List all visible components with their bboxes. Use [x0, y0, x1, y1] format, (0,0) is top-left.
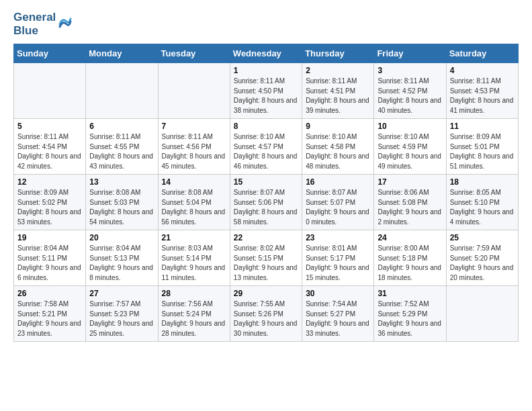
day-number: 29 [234, 289, 298, 298]
day-info: Sunrise: 8:01 AM Sunset: 5:17 PM Dayligh… [306, 244, 370, 283]
calendar-cell: 14Sunrise: 8:08 AM Sunset: 5:04 PM Dayli… [158, 175, 230, 230]
day-info: Sunrise: 7:58 AM Sunset: 5:21 PM Dayligh… [17, 300, 82, 338]
calendar-cell: 4Sunrise: 8:11 AM Sunset: 4:53 PM Daylig… [446, 63, 518, 119]
day-info: Sunrise: 8:08 AM Sunset: 5:04 PM Dayligh… [162, 188, 226, 227]
logo-container: General Blue [13, 11, 72, 37]
calendar-cell: 16Sunrise: 8:07 AM Sunset: 5:07 PM Dayli… [302, 175, 374, 230]
day-number: 19 [17, 233, 82, 242]
day-number: 7 [162, 122, 226, 131]
calendar-cell: 25Sunrise: 7:59 AM Sunset: 5:20 PM Dayli… [446, 230, 518, 286]
day-info: Sunrise: 8:04 AM Sunset: 5:11 PM Dayligh… [17, 244, 82, 283]
logo-line2: Blue [13, 24, 56, 38]
calendar-cell: 10Sunrise: 8:10 AM Sunset: 4:59 PM Dayli… [374, 119, 446, 175]
calendar-week-row: 1Sunrise: 8:11 AM Sunset: 4:50 PM Daylig… [14, 63, 519, 119]
logo-wave-icon [57, 12, 72, 36]
calendar-cell: 6Sunrise: 8:11 AM Sunset: 4:55 PM Daylig… [86, 119, 158, 175]
day-info: Sunrise: 8:03 AM Sunset: 5:14 PM Dayligh… [162, 244, 226, 283]
day-number: 14 [162, 177, 226, 187]
day-number: 26 [17, 289, 82, 298]
calendar-cell: 9Sunrise: 8:10 AM Sunset: 4:58 PM Daylig… [302, 119, 374, 175]
calendar-cell: 31Sunrise: 7:52 AM Sunset: 5:29 PM Dayli… [374, 286, 446, 342]
day-info: Sunrise: 7:56 AM Sunset: 5:24 PM Dayligh… [162, 300, 226, 338]
day-info: Sunrise: 8:11 AM Sunset: 4:55 PM Dayligh… [89, 132, 154, 171]
calendar-cell: 12Sunrise: 8:09 AM Sunset: 5:02 PM Dayli… [14, 175, 86, 230]
day-number: 22 [234, 233, 298, 242]
calendar-cell: 29Sunrise: 7:55 AM Sunset: 5:26 PM Dayli… [230, 286, 302, 342]
day-number: 31 [378, 289, 442, 298]
calendar-week-row: 26Sunrise: 7:58 AM Sunset: 5:21 PM Dayli… [14, 286, 519, 342]
day-info: Sunrise: 8:02 AM Sunset: 5:15 PM Dayligh… [234, 244, 298, 283]
day-number: 3 [378, 66, 442, 75]
calendar-cell: 23Sunrise: 8:01 AM Sunset: 5:17 PM Dayli… [302, 230, 374, 286]
calendar-cell: 7Sunrise: 8:11 AM Sunset: 4:56 PM Daylig… [158, 119, 230, 175]
day-number: 25 [450, 233, 515, 242]
day-number: 10 [378, 122, 442, 131]
day-info: Sunrise: 8:06 AM Sunset: 5:08 PM Dayligh… [378, 188, 442, 227]
day-info: Sunrise: 8:11 AM Sunset: 4:53 PM Dayligh… [450, 77, 515, 116]
day-number: 28 [162, 289, 226, 298]
day-info: Sunrise: 8:07 AM Sunset: 5:07 PM Dayligh… [306, 188, 370, 227]
weekday-header-saturday: Saturday [446, 44, 518, 63]
calendar-cell: 22Sunrise: 8:02 AM Sunset: 5:15 PM Dayli… [230, 230, 302, 286]
calendar-week-row: 5Sunrise: 8:11 AM Sunset: 4:54 PM Daylig… [14, 119, 519, 175]
weekday-header-row: SundayMondayTuesdayWednesdayThursdayFrid… [14, 44, 519, 63]
day-info: Sunrise: 7:59 AM Sunset: 5:20 PM Dayligh… [450, 244, 515, 283]
day-number: 27 [89, 289, 154, 298]
day-info: Sunrise: 8:09 AM Sunset: 5:01 PM Dayligh… [450, 132, 515, 171]
calendar-cell: 20Sunrise: 8:04 AM Sunset: 5:13 PM Dayli… [86, 230, 158, 286]
weekday-header-tuesday: Tuesday [158, 44, 230, 63]
calendar-cell: 11Sunrise: 8:09 AM Sunset: 5:01 PM Dayli… [446, 119, 518, 175]
day-number: 16 [306, 177, 370, 187]
day-info: Sunrise: 7:52 AM Sunset: 5:29 PM Dayligh… [378, 300, 442, 338]
calendar-cell: 8Sunrise: 8:10 AM Sunset: 4:57 PM Daylig… [230, 119, 302, 175]
day-number: 11 [450, 122, 515, 131]
weekday-header-sunday: Sunday [14, 44, 86, 63]
day-number: 30 [306, 289, 370, 298]
day-info: Sunrise: 8:07 AM Sunset: 5:06 PM Dayligh… [234, 188, 298, 227]
day-number: 24 [378, 233, 442, 242]
weekday-header-wednesday: Wednesday [230, 44, 302, 63]
calendar-week-row: 19Sunrise: 8:04 AM Sunset: 5:11 PM Dayli… [14, 230, 519, 286]
calendar-cell: 5Sunrise: 8:11 AM Sunset: 4:54 PM Daylig… [14, 119, 86, 175]
weekday-header-monday: Monday [86, 44, 158, 63]
day-info: Sunrise: 8:10 AM Sunset: 4:58 PM Dayligh… [306, 132, 370, 171]
day-info: Sunrise: 7:54 AM Sunset: 5:27 PM Dayligh… [306, 300, 370, 338]
calendar-week-row: 12Sunrise: 8:09 AM Sunset: 5:02 PM Dayli… [14, 175, 519, 230]
day-info: Sunrise: 8:08 AM Sunset: 5:03 PM Dayligh… [89, 188, 154, 227]
calendar-cell: 24Sunrise: 8:00 AM Sunset: 5:18 PM Dayli… [374, 230, 446, 286]
calendar-cell: 21Sunrise: 8:03 AM Sunset: 5:14 PM Dayli… [158, 230, 230, 286]
calendar-cell: 19Sunrise: 8:04 AM Sunset: 5:11 PM Dayli… [14, 230, 86, 286]
logo: General Blue [13, 11, 72, 37]
day-number: 9 [306, 122, 370, 131]
day-number: 4 [450, 66, 515, 75]
day-info: Sunrise: 8:11 AM Sunset: 4:54 PM Dayligh… [17, 132, 82, 171]
day-info: Sunrise: 8:05 AM Sunset: 5:10 PM Dayligh… [450, 188, 515, 227]
calendar-cell: 3Sunrise: 8:11 AM Sunset: 4:52 PM Daylig… [374, 63, 446, 119]
calendar-cell: 27Sunrise: 7:57 AM Sunset: 5:23 PM Dayli… [86, 286, 158, 342]
day-info: Sunrise: 8:11 AM Sunset: 4:56 PM Dayligh… [162, 132, 226, 171]
day-info: Sunrise: 7:55 AM Sunset: 5:26 PM Dayligh… [234, 300, 298, 338]
day-info: Sunrise: 7:57 AM Sunset: 5:23 PM Dayligh… [89, 300, 154, 338]
page: General Blue SundayMondayTuesdayWednesda… [0, 0, 532, 411]
calendar-cell: 2Sunrise: 8:11 AM Sunset: 4:51 PM Daylig… [302, 63, 374, 119]
day-number: 12 [17, 177, 82, 187]
calendar-cell: 1Sunrise: 8:11 AM Sunset: 4:50 PM Daylig… [230, 63, 302, 119]
day-number: 20 [89, 233, 154, 242]
calendar-cell [158, 63, 230, 119]
day-info: Sunrise: 8:11 AM Sunset: 4:50 PM Dayligh… [234, 77, 298, 116]
day-number: 15 [234, 177, 298, 187]
day-info: Sunrise: 8:11 AM Sunset: 4:52 PM Dayligh… [378, 77, 442, 116]
weekday-header-thursday: Thursday [302, 44, 374, 63]
day-number: 1 [234, 66, 298, 75]
weekday-header-friday: Friday [374, 44, 446, 63]
day-number: 17 [378, 177, 442, 187]
calendar-cell [14, 63, 86, 119]
day-number: 8 [234, 122, 298, 131]
calendar-cell [86, 63, 158, 119]
calendar-cell: 17Sunrise: 8:06 AM Sunset: 5:08 PM Dayli… [374, 175, 446, 230]
day-number: 2 [306, 66, 370, 75]
calendar-cell: 28Sunrise: 7:56 AM Sunset: 5:24 PM Dayli… [158, 286, 230, 342]
calendar-cell: 26Sunrise: 7:58 AM Sunset: 5:21 PM Dayli… [14, 286, 86, 342]
day-info: Sunrise: 8:10 AM Sunset: 4:57 PM Dayligh… [234, 132, 298, 171]
logo-line1: General [13, 11, 56, 24]
